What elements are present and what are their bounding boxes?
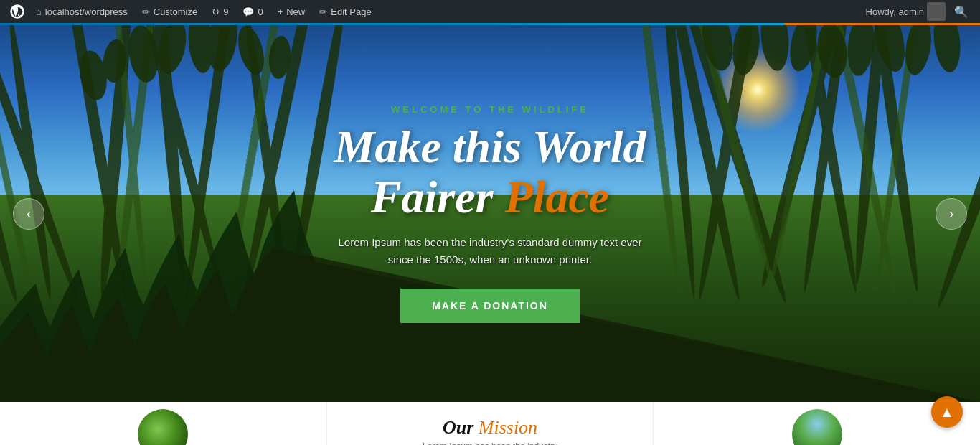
- new-label: New: [286, 6, 305, 17]
- new-icon: +: [278, 6, 283, 17]
- customize-icon: ✏: [142, 6, 150, 17]
- customize-item[interactable]: ✏ Customize: [135, 0, 204, 23]
- updates-item[interactable]: ↻ 9: [204, 0, 235, 23]
- scroll-up-icon: ▲: [940, 404, 954, 421]
- comments-item[interactable]: 💬 0: [235, 0, 270, 23]
- edit-page-item[interactable]: ✏ Edit Page: [312, 0, 378, 23]
- circle-image-left: [138, 409, 188, 445]
- hero-description: Lorem Ipsum has been the industry's stan…: [332, 234, 648, 268]
- updates-count: 9: [223, 6, 228, 17]
- comments-count: 0: [258, 6, 263, 17]
- carousel-next-button[interactable]: ›: [936, 198, 967, 230]
- chevron-right-icon: ›: [949, 205, 954, 222]
- bottom-card-mission: Our Mission Lorem Ipsum has been the ind…: [327, 402, 654, 445]
- carousel-prev-button[interactable]: ‹: [13, 198, 44, 230]
- mission-title-orange: Mission: [479, 417, 537, 438]
- admin-avatar[interactable]: [927, 2, 946, 21]
- mission-title: Our Mission: [423, 417, 557, 439]
- hero-content: WELCOME TO THE WILDLIFE Make this World …: [318, 104, 662, 324]
- chevron-left-icon: ‹: [27, 205, 32, 222]
- edit-icon: ✏: [319, 6, 327, 17]
- wordpress-logo[interactable]: [6, 0, 29, 23]
- edit-page-label: Edit Page: [331, 6, 371, 17]
- hero-section: ‹ WELCOME TO THE WILDLIFE Make this Worl…: [0, 25, 980, 402]
- bottom-card-left: [0, 402, 327, 445]
- donation-button[interactable]: MAKE A DONATION: [400, 289, 580, 323]
- mission-content: Our Mission Lorem Ipsum has been the ind…: [423, 417, 557, 445]
- hero-title-line1: Make this World: [332, 122, 648, 172]
- progress-bar-left: [0, 23, 784, 25]
- new-item[interactable]: + New: [270, 0, 313, 23]
- site-name-item[interactable]: ⌂ localhost/wordpress: [29, 0, 135, 23]
- admin-right: Howdy, admin 🔍: [866, 2, 974, 21]
- howdy-label: Howdy, admin: [866, 6, 924, 17]
- comments-icon: 💬: [242, 6, 254, 17]
- admin-bar: ⌂ localhost/wordpress ✏ Customize ↻ 9 💬 …: [0, 0, 980, 23]
- customize-label: Customize: [154, 6, 197, 17]
- circle-image-right: [792, 409, 842, 445]
- site-icon: ⌂: [36, 6, 42, 17]
- hero-sun: [715, 47, 801, 133]
- hero-title-white-part: Fairer: [371, 172, 505, 222]
- mission-title-black: Our: [443, 417, 479, 438]
- progress-bar-right: [784, 23, 980, 25]
- scroll-to-top-button[interactable]: ▲: [931, 396, 963, 428]
- site-url-label: localhost/wordpress: [45, 6, 128, 17]
- hero-subtitle: WELCOME TO THE WILDLIFE: [332, 104, 648, 115]
- updates-icon: ↻: [212, 6, 220, 17]
- hero-title-line2: Fairer Place: [332, 172, 648, 222]
- hero-title-orange-part: Place: [505, 172, 610, 222]
- search-icon[interactable]: 🔍: [948, 5, 974, 19]
- bottom-section: Our Mission Lorem Ipsum has been the ind…: [0, 402, 980, 445]
- mission-description: Lorem Ipsum has been the industry: [423, 441, 557, 445]
